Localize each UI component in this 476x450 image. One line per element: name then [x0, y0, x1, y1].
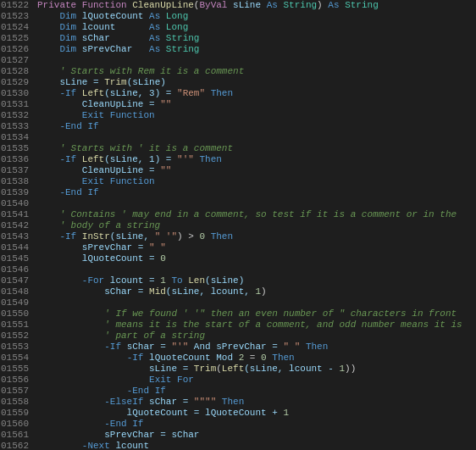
line-number: 01555 — [0, 364, 36, 375]
token: lQuoteCount = — [37, 253, 160, 264]
line-content: -If lQuoteCount Mod 2 = 0 Then — [36, 353, 476, 364]
code-line: 01545 lQuoteCount = 0 — [0, 253, 476, 264]
line-content: CleanUpLine = "" — [36, 165, 476, 176]
token — [37, 187, 59, 197]
token — [37, 66, 59, 76]
token: String — [166, 44, 200, 54]
line-number: 01551 — [0, 319, 36, 331]
code-line: 01558 -ElseIf sChar = """" Then — [0, 397, 476, 408]
token: ) — [345, 364, 351, 374]
token: -Next — [82, 441, 110, 450]
line-content: lQuoteCount = 0 — [36, 253, 476, 264]
token: Long — [166, 22, 188, 32]
line-number: 01544 — [0, 242, 36, 253]
code-line: 01541 ' Contains ' may end in a comment,… — [0, 209, 476, 220]
token: To — [166, 275, 188, 286]
token: Then — [194, 154, 222, 164]
token — [37, 11, 59, 21]
line-number: 01548 — [0, 286, 36, 297]
line-content: -If Left(sLine, 1) = "'" Then — [36, 154, 476, 165]
token: -End If — [104, 419, 143, 429]
token: Private Function — [37, 0, 132, 10]
token: Left — [82, 154, 104, 164]
line-content — [36, 264, 476, 275]
line-content: ' Starts with Rem it is a comment — [36, 66, 476, 77]
line-number: 01533 — [0, 121, 36, 132]
line-content: Exit Function — [36, 110, 476, 121]
token — [37, 121, 59, 131]
token: -End If — [59, 121, 98, 131]
token: CleanUpLine — [132, 0, 194, 10]
code-line: 01536 -If Left(sLine, 1) = "'" Then — [0, 154, 476, 165]
line-content: -If sChar = "'" And sPrevChar = " " Then — [36, 342, 476, 353]
line-content — [36, 55, 476, 66]
token: As — [149, 11, 166, 21]
token: Dim — [59, 22, 76, 32]
line-content: ' means it is the start of a comment, an… — [36, 319, 476, 331]
line-content: ' If we found ' '" then an even number o… — [36, 308, 476, 319]
token: Left — [222, 364, 244, 374]
line-number: 01526 — [0, 44, 36, 55]
token: sPrevChar — [76, 44, 149, 54]
token: String — [166, 33, 200, 43]
line-content: Dim lcount As Long — [36, 22, 476, 33]
code-line: 01556 Exit For — [0, 375, 476, 386]
code-line: 01531 CleanUpLine = "" — [0, 99, 476, 110]
code-line: 01522Private Function CleanUpLine(ByVal … — [0, 0, 476, 11]
line-content: -End If — [36, 187, 476, 198]
code-line: 01551 ' means it is the start of a comme… — [0, 319, 476, 331]
line-content — [36, 198, 476, 209]
code-line: 01547 -For lcount = 1 To Len(sLine) — [0, 275, 476, 286]
line-content: -End If — [36, 121, 476, 132]
token: sChar = — [143, 397, 193, 407]
code-line: 01525 Dim sChar As String — [0, 33, 476, 44]
token — [37, 176, 82, 186]
token — [37, 319, 104, 330]
line-number: 01560 — [0, 419, 36, 430]
token: ' If we found ' '" then an even number o… — [104, 308, 457, 319]
code-line: 01550 ' If we found ' '" then an even nu… — [0, 308, 476, 319]
code-line: 01561 sPrevChar = sChar — [0, 430, 476, 441]
code-line: 01529 sLine = Trim(sLine) — [0, 77, 476, 88]
token: Then — [205, 231, 233, 242]
token — [37, 22, 59, 32]
token: (sLine, 1) = — [104, 154, 177, 164]
token: lcount = — [104, 275, 160, 286]
token — [37, 386, 127, 396]
code-line: 01549 — [0, 297, 476, 308]
token: As — [149, 22, 166, 32]
line-content: -Next lcount — [36, 441, 476, 450]
line-content: sChar = Mid(sLine, lcount, 1) — [36, 286, 476, 297]
token: 1 — [160, 275, 166, 286]
line-number: 01558 — [0, 397, 36, 408]
line-content: Dim sChar As String — [36, 33, 476, 44]
token — [37, 441, 82, 450]
line-number: 01547 — [0, 275, 36, 286]
token — [37, 88, 59, 98]
token: -If — [59, 88, 81, 98]
line-number: 01534 — [0, 132, 36, 143]
line-number: 01528 — [0, 66, 36, 77]
token — [37, 375, 149, 385]
line-number: 01523 — [0, 11, 36, 22]
token: (sLine, lcount, — [166, 286, 256, 297]
token: Trim — [104, 77, 126, 87]
token: ' means it is the start of a comment, an… — [104, 319, 462, 330]
token: As — [149, 44, 166, 54]
line-number: 01559 — [0, 408, 36, 419]
line-number: 01525 — [0, 33, 36, 44]
line-number: 01541 — [0, 209, 36, 220]
token: -End If — [127, 386, 166, 396]
token: InStr — [82, 231, 110, 242]
token: ) — [317, 0, 328, 10]
token: ) > — [177, 231, 199, 242]
token: -If — [59, 231, 81, 242]
token: Then — [205, 88, 233, 98]
token: sPrevChar = — [37, 242, 149, 253]
line-content: ' part of a string — [36, 331, 476, 342]
line-number: 01543 — [0, 231, 36, 242]
token: Exit For — [149, 375, 194, 385]
token: And sPrevChar = — [188, 342, 283, 352]
token: (sLine) — [205, 275, 244, 286]
code-line: 01544 sPrevChar = " " — [0, 242, 476, 253]
